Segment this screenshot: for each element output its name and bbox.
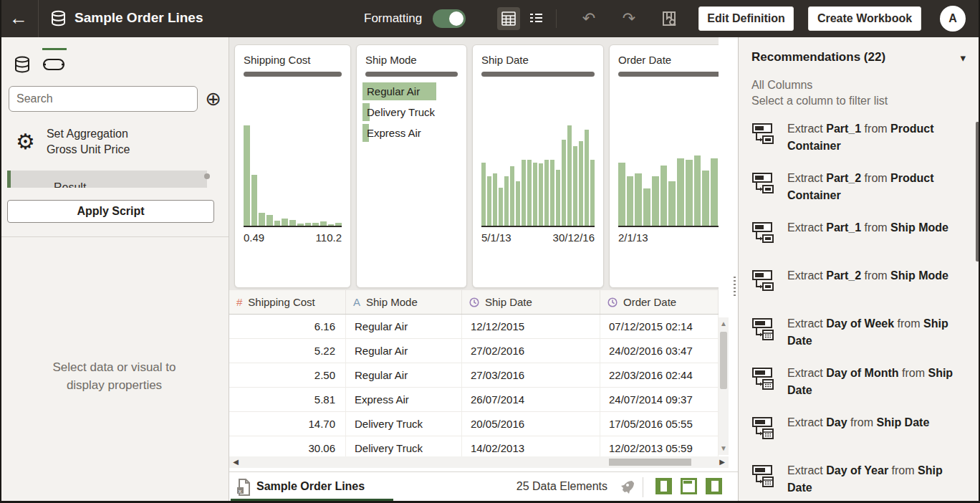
histogram-bar[interactable] [573,146,577,226]
edit-definition-button[interactable]: Edit Definition [698,6,794,31]
histogram-bar[interactable] [702,171,709,226]
panel-resize-handle[interactable] [734,277,736,297]
clipped-step-item[interactable]: Result [7,171,207,188]
histogram-bar[interactable] [499,188,503,226]
vertical-scroll-thumb[interactable] [720,332,727,389]
recommendation-item[interactable]: Extract Part_2 from Product Container [751,170,969,204]
histogram-bar[interactable] [544,160,549,226]
histogram-bar[interactable] [652,176,659,226]
recommendation-item[interactable]: Extract Day of Year from Ship Date [751,462,969,497]
column-header[interactable]: #Shipping Cost [229,290,346,314]
histogram-bar[interactable] [259,213,265,226]
histogram-bar[interactable] [320,221,327,226]
avatar[interactable]: A [940,6,966,32]
column-header[interactable]: Ship Date [462,290,600,314]
join-right-icon[interactable] [706,478,722,494]
histogram-bar[interactable] [312,223,319,226]
create-workbook-button[interactable]: Create Workbook [808,6,921,31]
histogram-bar[interactable] [562,140,566,226]
column-card[interactable]: Ship ModeRegular AirDelivery TruckExpres… [356,44,467,288]
scroll-right-icon[interactable]: ▶ [717,456,727,468]
back-icon[interactable]: ← [0,0,37,37]
table-row[interactable]: 30.06Delivery Truck14/02/201312/02/2013 … [229,436,719,456]
recommendation-item[interactable]: Extract Day from Ship Date [751,414,969,447]
category-row[interactable]: Regular Air [362,81,463,102]
histogram-bar[interactable] [297,224,304,226]
histogram-bar[interactable] [556,170,560,226]
histogram-bar[interactable] [585,130,589,226]
data-tab-icon[interactable] [10,54,34,75]
table-row[interactable]: 6.16Regular Air12/12/201507/12/2015 02:1… [229,315,719,339]
histogram-bar[interactable] [522,160,526,226]
histogram-bar[interactable] [618,163,625,226]
histogram-bar[interactable] [643,188,650,226]
table-row[interactable]: 14.70Delivery Truck20/05/201617/05/2016 … [229,412,719,436]
join-full-icon[interactable] [655,478,672,494]
table-row[interactable]: 5.81Express Air26/07/201424/07/2014 09:3… [229,388,719,412]
table-vertical-scrollbar[interactable]: ▲ ▼ [719,317,729,455]
histogram-bar[interactable] [539,163,543,226]
table-row[interactable]: 2.50Regular Air27/03/201622/03/2016 02:4… [229,363,719,388]
quality-bar[interactable] [618,72,719,77]
grid-view-icon[interactable] [497,7,520,30]
histogram-bar[interactable] [516,181,520,226]
histogram-bar[interactable] [289,220,296,226]
scroll-down-icon[interactable]: ▼ [719,444,729,454]
histogram-bar[interactable] [328,224,335,226]
formatting-toggle[interactable] [433,9,466,28]
plus-circle-icon[interactable]: ⊕ [205,90,221,109]
table-row[interactable]: 5.22Regular Air27/02/201624/02/2016 03:4… [229,339,719,363]
undo-icon[interactable]: ↶ [577,7,600,30]
histogram-bar[interactable] [711,158,718,226]
transform-tab-icon[interactable] [42,54,66,75]
recommendation-item[interactable]: Extract Day of Week from Ship Date [751,315,969,350]
column-header[interactable]: AShip Mode [346,290,462,314]
join-top-icon[interactable] [681,478,697,494]
category-row[interactable]: Delivery Truck [362,102,463,123]
recommendation-item[interactable]: Extract Part_1 from Product Container [751,120,969,155]
histogram-bar[interactable] [668,181,676,226]
list-view-icon[interactable] [524,7,547,30]
column-card[interactable]: Shipping Cost0.49110.2 [234,44,351,288]
chevron-down-icon[interactable]: ▾ [960,52,966,64]
histogram-bar[interactable] [274,221,281,226]
histogram-bar[interactable] [579,141,583,226]
histogram-bar[interactable] [677,158,684,226]
histogram-bar[interactable] [282,219,288,226]
recommendation-item[interactable]: Extract Day of Month from Ship Date [751,365,969,399]
histogram-bar[interactable] [481,163,486,226]
histogram-bar[interactable] [590,160,595,226]
histogram-bar[interactable] [527,160,532,226]
scroll-left-icon[interactable]: ◀ [231,456,241,468]
histogram-bar[interactable] [660,166,668,226]
histogram-bar[interactable] [266,215,273,226]
histogram-bar[interactable] [627,176,634,226]
column-card[interactable]: Order Date2/1/13 [609,44,719,288]
panel-scroll-thumb[interactable] [976,122,979,262]
column-header[interactable]: Order Date [600,290,719,314]
histogram-bar[interactable] [493,173,497,226]
recommendation-item[interactable]: Extract Part_2 from Ship Mode [751,267,969,300]
horizontal-scroll-thumb[interactable] [609,459,691,466]
scroll-up-icon[interactable]: ▲ [719,319,729,329]
histogram-bar[interactable] [335,223,342,226]
quality-bar[interactable] [481,72,595,77]
histogram-bar[interactable] [635,173,642,226]
histogram-bar[interactable] [510,166,514,226]
histogram-bar[interactable] [686,160,693,226]
histogram-bar[interactable] [251,175,258,226]
dataset-tab[interactable]: Sample Order Lines [256,480,365,493]
histogram-bar[interactable] [504,176,509,226]
histogram-bar[interactable] [305,223,312,226]
histogram-bar[interactable] [567,125,572,226]
search-input[interactable] [9,86,198,112]
histogram-bar[interactable] [244,125,250,226]
histogram-bar[interactable] [550,160,554,226]
category-row[interactable]: Express Air [362,123,463,143]
histogram-bar[interactable] [694,155,701,226]
histogram-bar[interactable] [533,163,537,226]
quality-bar[interactable] [365,72,458,77]
recommendation-item[interactable]: Extract Part_1 from Ship Mode [751,219,969,252]
apply-script-button[interactable]: Apply Script [7,200,214,223]
inspect-icon[interactable] [658,7,681,30]
